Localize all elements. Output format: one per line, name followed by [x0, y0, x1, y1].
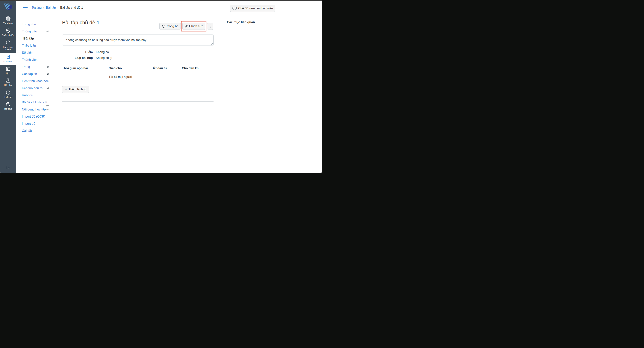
description-text: Không có thông tin bổ sung nào được thêm…: [66, 38, 147, 42]
detail-value: Không có gì: [96, 56, 112, 60]
breadcrumb-separator: ›: [43, 6, 44, 9]
detail-row-points: ĐiểmKhông có: [62, 51, 158, 54]
global-nav-item-history[interactable]: Lịch sử: [0, 89, 16, 100]
brand-logo[interactable]: [4, 3, 12, 12]
course-nav-item[interactable]: Các tập tin: [22, 70, 50, 78]
course-nav-item[interactable]: Thảo luận: [22, 42, 50, 49]
course-nav-item[interactable]: Nội dung học tập: [22, 106, 50, 113]
hidden-eye-icon: [46, 65, 50, 69]
course-nav: Trang chủThông báoBài tậpThảo luậnSổ điể…: [22, 21, 50, 134]
add-rubric-button[interactable]: + Thêm Rubric: [62, 86, 89, 93]
course-nav-item[interactable]: Import đề (OCR): [22, 113, 50, 120]
global-nav-label: Trợ giúp: [0, 108, 16, 110]
course-nav-label: Import đề: [22, 122, 35, 125]
plus-icon: +: [65, 88, 67, 91]
course-nav-label: Lịch trình khóa học: [22, 79, 48, 83]
course-nav-label: Trang: [22, 65, 30, 69]
inbox-icon: [6, 78, 11, 83]
detail-value: Không có: [96, 51, 109, 54]
course-nav-item[interactable]: Trang: [22, 63, 50, 70]
course-nav-item[interactable]: Sổ điểm: [22, 49, 50, 56]
publish-label: Công bố: [167, 25, 178, 28]
shield-key-icon: [6, 28, 11, 33]
global-nav: Tài khoản Quản trị viên Bảng điều khiển: [0, 1, 16, 173]
global-nav-label: Bảng điều khiển: [0, 46, 16, 51]
global-nav-label: Lịch sử: [0, 96, 16, 99]
collapse-nav-button[interactable]: [0, 166, 16, 171]
table-header-cell: Giao cho: [109, 67, 152, 70]
global-nav-label: Tài khoản: [0, 22, 16, 25]
breadcrumb: Testing›Bài tập›Bài tập chủ đề 1: [32, 6, 83, 10]
header-divider: [20, 15, 273, 15]
breadcrumb-separator: ›: [58, 6, 58, 9]
table-cell: Tất cả mọi người: [109, 75, 152, 79]
course-nav-item[interactable]: Thông báo: [22, 28, 50, 35]
glasses-icon: [232, 7, 237, 10]
app-window: Tài khoản Quản trị viên Bảng điều khiển: [0, 1, 322, 173]
publish-button[interactable]: Công bố: [160, 23, 181, 30]
table-cell: -: [182, 75, 214, 79]
course-nav-item[interactable]: Kết quả đầu ra: [22, 85, 50, 92]
table-header-cell: Cho đến khi: [182, 67, 214, 70]
more-options-button[interactable]: [207, 23, 213, 30]
history-clock-icon: [6, 90, 11, 95]
hidden-eye-icon: [46, 30, 50, 33]
dashboard-gauge-icon: [6, 40, 11, 45]
avatar-icon: [6, 16, 11, 21]
edit-button[interactable]: Chỉnh sửa: [182, 23, 205, 30]
course-nav-item[interactable]: Lịch trình khóa học: [22, 78, 50, 85]
global-nav-item-calendar[interactable]: Lịch: [0, 65, 16, 77]
table-cell: -: [152, 75, 182, 79]
global-nav-label: Lịch: [0, 72, 16, 75]
circle-slash-icon: [162, 24, 166, 28]
book-icon: [6, 54, 11, 60]
global-nav-label: Hộp thư: [0, 84, 16, 87]
global-nav-item-courses[interactable]: Khóa học: [0, 53, 16, 65]
course-nav-item[interactable]: Rubrics: [22, 92, 50, 99]
course-nav-item[interactable]: Thành viên: [22, 56, 50, 63]
course-nav-label: Bộ đề và khảo sát: [22, 101, 47, 104]
detail-label: Loại bài nộp: [62, 56, 93, 60]
description-box[interactable]: Không có thông tin bổ sung nào được thêm…: [62, 35, 214, 46]
global-nav-item-account[interactable]: Tài khoản: [0, 15, 16, 27]
course-nav-item[interactable]: Cài đặt: [22, 127, 50, 134]
global-nav-item-admin[interactable]: Quản trị viên: [0, 27, 16, 38]
course-nav-label: Thông báo: [22, 30, 37, 33]
table-cell: -: [62, 75, 109, 79]
global-nav-label: Quản trị viên: [0, 34, 16, 37]
pencil-icon: [184, 25, 188, 28]
breadcrumb-item: Bài tập chủ đề 1: [60, 6, 83, 10]
course-nav-label: Rubrics: [22, 93, 32, 97]
course-nav-item[interactable]: Trang chủ: [22, 21, 50, 28]
collapse-arrow-left-icon: [6, 166, 10, 170]
resize-grip-icon[interactable]: [211, 43, 213, 45]
course-nav-label: Trang chủ: [22, 23, 36, 26]
global-nav-item-inbox[interactable]: Hộp thư: [0, 77, 16, 89]
student-view-label: Chế độ xem của học viên: [238, 7, 273, 10]
table-row: -Tất cả mọi người--: [62, 72, 214, 82]
course-nav-label: Kết quả đầu ra: [22, 86, 42, 90]
course-nav-item[interactable]: Bài tập: [22, 35, 50, 42]
hamburger-menu-icon[interactable]: [22, 6, 28, 10]
hidden-eye-icon: [46, 87, 50, 90]
table-header-cell: Bắt đầu từ: [152, 67, 182, 70]
table-header-cell: Thời gian nộp bài: [62, 67, 109, 70]
breadcrumb-item[interactable]: Bài tập: [46, 6, 56, 10]
hidden-eye-icon: [46, 73, 50, 76]
edit-label: Chỉnh sửa: [189, 25, 203, 28]
global-nav-item-help[interactable]: Trợ giúp: [0, 100, 16, 112]
hidden-eye-icon: [46, 108, 50, 111]
course-nav-item[interactable]: Import đề: [22, 120, 50, 127]
detail-label: Điểm: [62, 51, 93, 54]
calendar-icon: [6, 66, 11, 71]
breadcrumb-item[interactable]: Testing: [32, 6, 42, 10]
hidden-eye-icon: [46, 104, 50, 107]
student-view-button[interactable]: Chế độ xem của học viên: [230, 5, 275, 12]
add-rubric-label: Thêm Rubric: [68, 88, 86, 91]
course-nav-label: Các tập tin: [22, 72, 37, 76]
course-nav-label: Sổ điểm: [22, 51, 34, 55]
course-nav-label: Thành viên: [22, 58, 38, 62]
global-nav-item-dashboard[interactable]: Bảng điều khiển: [0, 38, 16, 53]
action-row: Công bố Chỉnh sửa: [62, 23, 214, 30]
course-nav-label: Import đề (OCR): [22, 115, 45, 118]
